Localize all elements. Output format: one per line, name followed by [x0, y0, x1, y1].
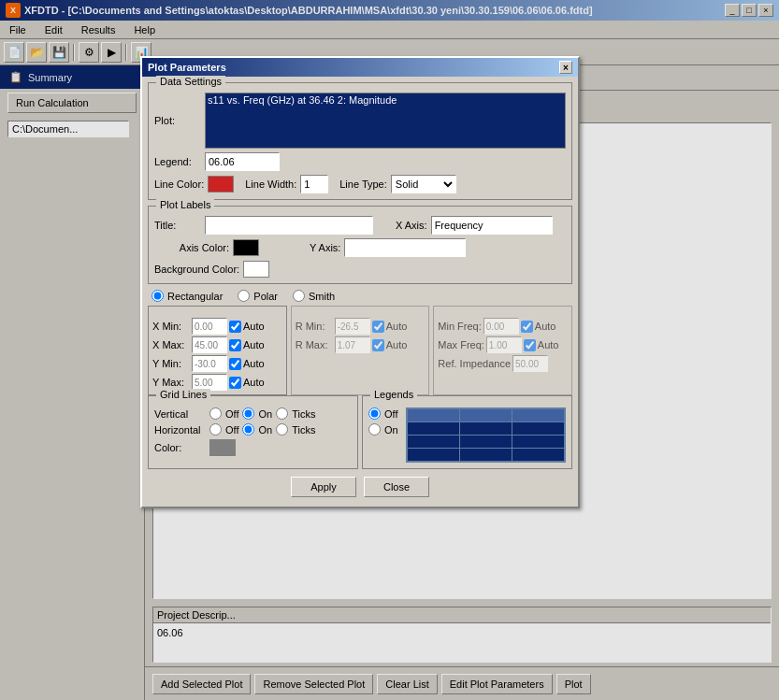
- smith-radio[interactable]: [293, 290, 305, 302]
- ymin-row: Y Min: Auto: [152, 355, 282, 372]
- smith-radio-label[interactable]: Smith: [293, 290, 335, 302]
- xmax-row: X Max: Auto: [152, 336, 282, 353]
- maxfreq-input[interactable]: [486, 336, 522, 353]
- vert-off-radio[interactable]: [209, 407, 222, 420]
- vert-on-label[interactable]: On: [242, 407, 272, 420]
- horiz-off-label[interactable]: Off: [209, 423, 238, 436]
- legend-input[interactable]: [205, 152, 280, 171]
- bg-color-label: Background Color:: [154, 264, 239, 275]
- rectangular-col: X Min: Auto X Max: Auto Y Min:: [148, 306, 287, 395]
- y-axis-input[interactable]: [344, 238, 466, 257]
- minfreq-label: Min Freq:: [438, 321, 481, 332]
- refimpedance-input[interactable]: [512, 355, 548, 372]
- gl-color-box[interactable]: [209, 439, 236, 456]
- polar-radio[interactable]: [238, 290, 250, 302]
- legends-title: Legends: [370, 389, 417, 400]
- xmax-input[interactable]: [192, 336, 227, 353]
- rmax-auto-check[interactable]: [372, 339, 384, 351]
- legend-off-text: Off: [384, 408, 397, 420]
- rectangular-radio[interactable]: [151, 290, 164, 302]
- title-input[interactable]: [205, 216, 373, 235]
- horiz-off-text: Off: [225, 424, 238, 436]
- line-type-select[interactable]: Solid Dashed Dotted: [391, 175, 456, 193]
- plot-select-list[interactable]: s11 vs. Freq (GHz) at 36.46 2: Magnitude: [205, 93, 566, 149]
- plot-labels-title: Plot Labels: [156, 199, 214, 210]
- legend-on-text: On: [384, 424, 398, 436]
- xmin-auto-check[interactable]: [229, 321, 241, 333]
- vert-ticks-label[interactable]: Ticks: [276, 407, 315, 420]
- minfreq-row: Min Freq: Auto: [438, 318, 568, 335]
- rmin-input[interactable]: [335, 318, 370, 335]
- rmax-label: R Max:: [296, 339, 333, 350]
- bg-color-box[interactable]: [243, 261, 269, 278]
- rmin-auto-check[interactable]: [372, 321, 384, 333]
- vertical-row: Vertical Off On Ticks: [154, 407, 352, 420]
- ymax-auto-label: Auto: [243, 377, 265, 388]
- rmin-label: R Min:: [296, 321, 333, 332]
- plot-parameters-dialog: Plot Parameters × Data Settings Plot: s1…: [140, 56, 580, 508]
- plot-row: Plot: s11 vs. Freq (GHz) at 36.46 2: Mag…: [154, 93, 566, 149]
- horiz-off-radio[interactable]: [209, 423, 222, 436]
- bottom-section: Grid Lines Vertical Off On: [148, 395, 572, 469]
- dialog-close-action-button[interactable]: Close: [364, 477, 429, 497]
- line-width-input[interactable]: [300, 175, 328, 193]
- color-row: Color:: [154, 439, 352, 456]
- legend-off-label[interactable]: Off: [368, 407, 398, 420]
- xmin-input[interactable]: [192, 318, 227, 335]
- maxfreq-label: Max Freq:: [438, 339, 484, 350]
- dialog-close-button[interactable]: ×: [559, 61, 572, 74]
- legend-label: Legend:: [154, 156, 201, 167]
- data-settings-group: Data Settings Plot: s11 vs. Freq (GHz) a…: [148, 82, 572, 200]
- plot-item: s11 vs. Freq (GHz) at 36.46 2: Magnitude: [206, 93, 565, 107]
- rectangular-label: Rectangular: [167, 291, 223, 302]
- vertical-label: Vertical: [154, 408, 206, 420]
- vert-on-radio[interactable]: [242, 407, 254, 420]
- ymin-auto-check[interactable]: [229, 358, 241, 370]
- plot-type-row: Rectangular Polar Smith: [148, 290, 572, 302]
- legend-on-label[interactable]: On: [368, 423, 398, 436]
- grid-lines-title: Grid Lines: [156, 389, 210, 400]
- xmax-auto-label: Auto: [243, 339, 265, 350]
- bg-color-row: Background Color:: [154, 261, 566, 278]
- rmin-auto-label: Auto: [386, 321, 408, 332]
- xmin-row: X Min: Auto: [152, 318, 282, 335]
- apply-button[interactable]: Apply: [291, 477, 356, 497]
- smith-label: Smith: [309, 291, 335, 302]
- y-axis-label: Y Axis:: [310, 242, 340, 253]
- vert-ticks-text: Ticks: [292, 408, 315, 420]
- x-axis-input[interactable]: [431, 216, 553, 235]
- vert-off-label[interactable]: Off: [209, 407, 238, 420]
- line-color-box[interactable]: [208, 176, 234, 193]
- maxfreq-row: Max Freq: Auto: [438, 336, 568, 353]
- horiz-on-radio[interactable]: [242, 423, 254, 436]
- line-color-label: Line Color:: [154, 179, 204, 190]
- vert-ticks-radio[interactable]: [276, 407, 288, 420]
- legend-on-radio[interactable]: [368, 423, 381, 436]
- horiz-ticks-radio[interactable]: [276, 423, 288, 436]
- plot-labels-group: Plot Labels Title: X Axis: Axis Color: Y…: [148, 206, 572, 284]
- dialog-title: Plot Parameters: [148, 62, 226, 73]
- smith-col: Min Freq: Auto Max Freq: Auto Ref. Imped…: [433, 306, 572, 395]
- grid-lines-box: Grid Lines Vertical Off On: [148, 395, 358, 469]
- polar-radio-label[interactable]: Polar: [238, 290, 278, 302]
- legend-off-radio[interactable]: [368, 407, 381, 420]
- title-row: Title: X Axis:: [154, 216, 566, 235]
- axis-color-box[interactable]: [233, 239, 259, 256]
- dialog-title-bar: Plot Parameters ×: [142, 58, 578, 77]
- ymin-auto-label: Auto: [243, 358, 265, 369]
- xmax-auto-check[interactable]: [229, 339, 241, 351]
- horiz-on-label[interactable]: On: [242, 423, 272, 436]
- horiz-ticks-text: Ticks: [292, 424, 315, 436]
- rmax-auto-label: Auto: [386, 339, 408, 350]
- rectangular-radio-label[interactable]: Rectangular: [151, 290, 223, 302]
- ymin-input[interactable]: [192, 355, 227, 372]
- vert-off-text: Off: [225, 408, 238, 420]
- minfreq-auto-check[interactable]: [521, 321, 533, 333]
- minfreq-input[interactable]: [483, 318, 519, 335]
- ymax-auto-check[interactable]: [229, 377, 241, 389]
- polar-col: R Min: Auto R Max: Auto: [291, 306, 430, 395]
- rmax-input[interactable]: [335, 336, 370, 353]
- vert-on-text: On: [258, 408, 272, 420]
- maxfreq-auto-check[interactable]: [524, 339, 536, 351]
- horiz-ticks-label[interactable]: Ticks: [276, 423, 315, 436]
